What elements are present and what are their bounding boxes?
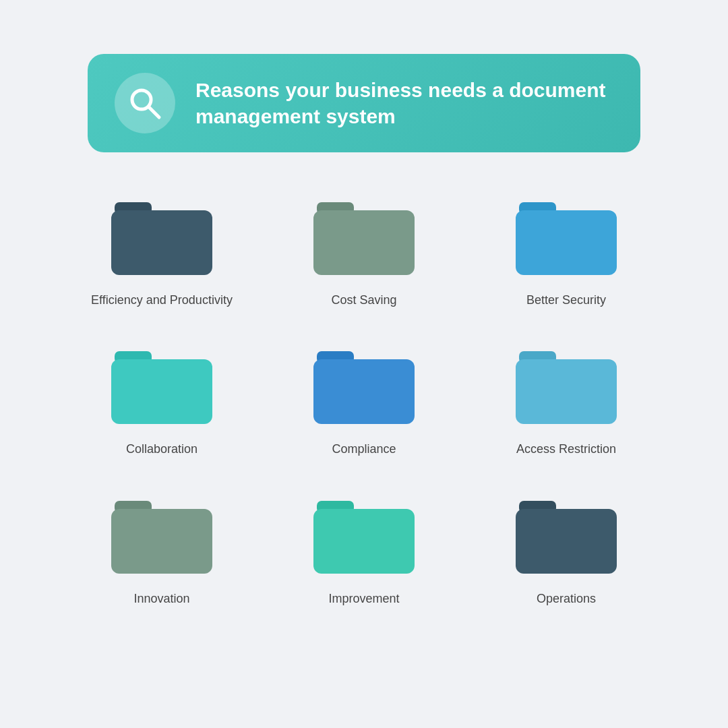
svg-rect-5 [313, 210, 415, 275]
folder-icon-innovation [108, 491, 216, 582]
folder-item-access-restriction: Access Restriction [492, 342, 640, 457]
folder-icon-cost-saving [310, 193, 418, 283]
svg-rect-3 [111, 210, 212, 275]
svg-rect-9 [111, 359, 212, 424]
folder-icon-better-security [512, 193, 620, 283]
search-icon [115, 73, 175, 133]
svg-rect-7 [516, 210, 617, 275]
folder-icon-access-restriction [512, 342, 620, 432]
svg-rect-11 [313, 359, 415, 424]
folder-item-operations: Operations [492, 491, 640, 607]
header-title: Reasons your business needs a document m… [195, 77, 613, 129]
folder-item-compliance: Compliance [290, 342, 438, 457]
folder-label-collaboration: Collaboration [126, 442, 198, 457]
folder-label-operations: Operations [537, 591, 596, 607]
folder-label-access-restriction: Access Restriction [516, 442, 616, 457]
svg-rect-17 [313, 509, 415, 574]
folder-icon-improvement [310, 491, 418, 582]
folder-label-innovation: Innovation [133, 591, 189, 607]
folder-item-improvement: Improvement [290, 491, 438, 607]
folder-item-collaboration: Collaboration [88, 342, 236, 457]
svg-rect-15 [111, 509, 212, 574]
folder-icon-operations [512, 491, 620, 582]
folder-icon-efficiency [108, 193, 216, 283]
folder-label-cost-saving: Cost Saving [331, 293, 396, 308]
folder-label-efficiency: Efficiency and Productivity [91, 293, 233, 308]
folders-grid: Efficiency and Productivity Cost Saving … [88, 193, 640, 607]
folder-item-cost-saving: Cost Saving [290, 193, 438, 308]
svg-rect-13 [516, 359, 617, 424]
svg-line-1 [149, 107, 159, 117]
folder-label-compliance: Compliance [332, 442, 396, 457]
folder-label-better-security: Better Security [526, 293, 606, 308]
folder-item-better-security: Better Security [492, 193, 640, 308]
header-banner: Reasons your business needs a document m… [88, 54, 640, 152]
svg-rect-19 [516, 509, 617, 574]
folder-item-innovation: Innovation [88, 491, 236, 607]
folder-icon-collaboration [108, 342, 216, 432]
folder-item-efficiency: Efficiency and Productivity [88, 193, 236, 308]
folder-label-improvement: Improvement [328, 591, 399, 607]
folder-icon-compliance [310, 342, 418, 432]
